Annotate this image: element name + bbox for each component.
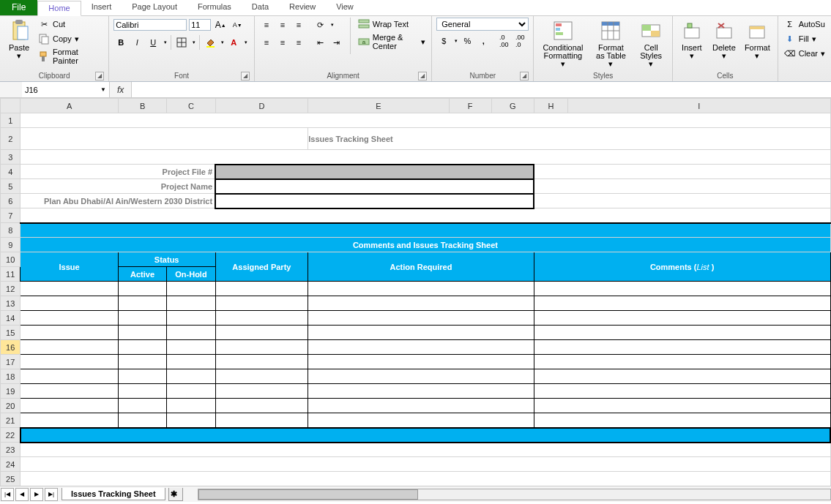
col-header[interactable]: E [308, 99, 450, 113]
number-dialog-launcher[interactable]: ◢ [520, 72, 529, 80]
format-cells-button[interactable]: Format▾ [742, 18, 773, 61]
align-bottom-button[interactable]: ≡ [291, 18, 306, 32]
merge-center-button[interactable]: a Merge & Center ▾ [357, 32, 427, 51]
delete-cells-button[interactable]: Delete▾ [709, 18, 739, 61]
tab-nav-next[interactable]: ▶ [30, 488, 43, 501]
decrease-decimal-button[interactable]: .00.0 [513, 34, 527, 48]
row-header[interactable]: 25 [1, 472, 21, 486]
row-header[interactable]: 16 [1, 340, 21, 355]
fill-color-dropdown[interactable]: ▾ [219, 35, 225, 50]
align-middle-button[interactable]: ≡ [275, 18, 290, 32]
row-header[interactable]: 21 [1, 413, 21, 428]
align-top-button[interactable]: ≡ [259, 18, 274, 32]
tab-data[interactable]: Data [242, 0, 279, 15]
autosum-button[interactable]: ΣAutoSu [783, 18, 827, 31]
formula-input[interactable] [131, 82, 831, 97]
format-painter-button[interactable]: Format Painter [37, 47, 104, 66]
row-header[interactable]: 5 [1, 179, 21, 194]
borders-dropdown[interactable]: ▾ [190, 35, 196, 50]
row-header[interactable]: 15 [1, 326, 21, 340]
orientation-button[interactable]: ⟳ [313, 18, 328, 32]
tab-view[interactable]: View [326, 0, 364, 15]
tab-review[interactable]: Review [279, 0, 326, 15]
col-header[interactable]: A [21, 99, 118, 113]
align-right-button[interactable]: ≡ [291, 35, 306, 50]
increase-indent-button[interactable]: ⇥ [329, 35, 344, 50]
scrollbar-thumb[interactable] [198, 489, 418, 500]
col-header[interactable]: C [167, 99, 215, 113]
accounting-dropdown[interactable]: ▾ [452, 34, 458, 48]
borders-button[interactable] [174, 35, 189, 50]
alignment-dialog-launcher[interactable]: ◢ [418, 72, 427, 80]
row-header[interactable]: 22 [1, 428, 21, 443]
font-dialog-launcher[interactable]: ◢ [241, 72, 250, 80]
clipboard-dialog-launcher[interactable]: ◢ [95, 72, 104, 80]
tab-nav-first[interactable]: |◀ [1, 488, 14, 501]
worksheet[interactable]: A B C D E F G H I 1 2Issues Tracking She… [0, 98, 831, 486]
row-header[interactable]: 8 [1, 223, 21, 238]
orientation-dropdown[interactable]: ▾ [329, 18, 335, 32]
clear-button[interactable]: ⌫Clear ▾ [783, 47, 827, 60]
row-header[interactable]: 18 [1, 369, 21, 384]
col-header[interactable]: G [491, 99, 534, 113]
row-header[interactable]: 4 [1, 165, 21, 179]
paste-button[interactable]: Paste▾ [4, 18, 34, 61]
row-header[interactable]: 7 [1, 208, 21, 223]
accounting-button[interactable]: $ [436, 34, 451, 48]
horizontal-scrollbar[interactable] [198, 489, 831, 500]
tab-page-layout[interactable]: Page Layout [122, 0, 187, 15]
align-center-button[interactable]: ≡ [275, 35, 290, 50]
row-header[interactable]: 1 [1, 113, 21, 128]
sheet-tab-active[interactable]: Issues Tracking Sheet [62, 488, 165, 500]
row-header[interactable]: 10 [1, 252, 21, 267]
tab-formulas[interactable]: Formulas [187, 0, 242, 15]
increase-font-button[interactable]: A▲ [213, 18, 228, 32]
decrease-font-button[interactable]: A▼ [230, 18, 245, 32]
cut-button[interactable]: ✂ Cut [37, 18, 104, 31]
percent-button[interactable]: % [460, 34, 474, 48]
col-header[interactable]: D [215, 99, 308, 113]
row-header[interactable]: 9 [1, 238, 21, 252]
fill-button[interactable]: ⬇Fill ▾ [783, 32, 827, 45]
conditional-formatting-button[interactable]: ConditionalFormatting ▾ [538, 18, 587, 69]
fill-color-button[interactable] [203, 35, 217, 50]
row-header[interactable]: 17 [1, 355, 21, 369]
italic-button[interactable]: I [130, 35, 144, 50]
copy-button[interactable]: Copy ▾ [37, 32, 104, 45]
row-header[interactable]: 20 [1, 399, 21, 413]
tab-file[interactable]: File [0, 0, 37, 15]
select-all-corner[interactable] [1, 99, 21, 113]
row-header[interactable]: 23 [1, 443, 21, 457]
plan-input[interactable] [215, 194, 534, 208]
font-name-combo[interactable] [113, 19, 187, 31]
row-header[interactable]: 13 [1, 296, 21, 311]
font-size-combo[interactable] [189, 19, 211, 31]
cell-styles-button[interactable]: CellStyles ▾ [634, 18, 667, 69]
tab-nav-last[interactable]: ▶| [45, 488, 58, 501]
underline-dropdown[interactable]: ▾ [162, 35, 168, 50]
comma-button[interactable]: , [476, 34, 491, 48]
col-header[interactable]: H [534, 99, 568, 113]
tab-insert[interactable]: Insert [81, 0, 122, 15]
font-color-dropdown[interactable]: ▾ [242, 35, 248, 50]
align-left-button[interactable]: ≡ [259, 35, 274, 50]
name-box-dropdown[interactable]: ▼ [100, 86, 106, 93]
underline-button[interactable]: U [146, 35, 160, 50]
decrease-indent-button[interactable]: ⇤ [313, 35, 328, 50]
col-header[interactable]: I [568, 99, 830, 113]
insert-cells-button[interactable]: Insert▾ [677, 18, 707, 61]
sheet-tab-new[interactable]: ✱ [168, 488, 183, 501]
number-format-combo[interactable]: General [436, 18, 529, 31]
fx-icon[interactable]: fx [110, 85, 131, 95]
row-header[interactable]: 6 [1, 194, 21, 208]
grid[interactable]: A B C D E F G H I 1 2Issues Tracking She… [0, 98, 831, 486]
col-header[interactable]: F [449, 99, 491, 113]
row-header[interactable]: 19 [1, 384, 21, 399]
tab-home[interactable]: Home [37, 1, 81, 16]
col-header[interactable]: B [118, 99, 167, 113]
project-file-input[interactable] [215, 165, 534, 179]
row-header[interactable]: 2 [1, 128, 21, 150]
increase-decimal-button[interactable]: .0.00 [496, 34, 511, 48]
wrap-text-button[interactable]: Wrap Text [357, 18, 427, 31]
row-header[interactable]: 11 [1, 267, 21, 282]
